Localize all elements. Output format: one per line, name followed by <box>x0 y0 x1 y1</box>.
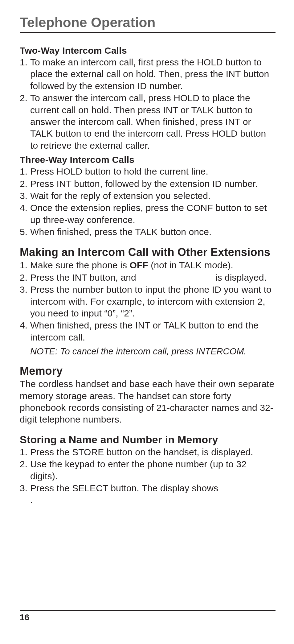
section-two-way: Two-Way Intercom Calls To make an interc… <box>20 45 276 151</box>
list-item: To answer the intercom call, press HOLD … <box>20 92 276 151</box>
page-number: 16 <box>20 613 276 622</box>
section-making: Making an Intercom Call with Other Exten… <box>20 246 276 357</box>
heading-memory: Memory <box>20 365 276 378</box>
section-three-way: Three-Way Intercom Calls Press HOLD butt… <box>20 155 276 238</box>
list-item: Once the extension replies, press the CO… <box>20 202 276 226</box>
section-storing: Storing a Name and Number in Memory Pres… <box>20 434 276 506</box>
list-item: Wait for the reply of extension you sele… <box>20 190 276 202</box>
heading-three-way: Three-Way Intercom Calls <box>20 155 276 165</box>
list-item: Press the SELECT button. The display sho… <box>20 482 276 506</box>
footer: 16 <box>20 610 276 622</box>
list-item: Press INT button, followed by the extens… <box>20 178 276 190</box>
memory-body: The cordless handset and base each have … <box>20 378 276 426</box>
list-item: Press HOLD button to hold the current li… <box>20 166 276 177</box>
list-item: Use the keypad to enter the phone number… <box>20 458 276 482</box>
list-item: To make an intercom call, first press th… <box>20 56 276 92</box>
list-item: Make sure the phone is OFF (not in TALK … <box>20 259 276 271</box>
heading-storing: Storing a Name and Number in Memory <box>20 434 276 446</box>
page-title: Telephone Operation <box>20 15 276 33</box>
heading-two-way: Two-Way Intercom Calls <box>20 45 276 56</box>
list-item: When finished, press the INT or TALK but… <box>20 320 276 343</box>
section-memory: Memory The cordless handset and base eac… <box>20 365 276 426</box>
list-item: Press the STORE button on the handset, i… <box>20 446 276 458</box>
list-item: Press the INT button, and is displayed. <box>20 272 276 283</box>
list-making: Make sure the phone is OFF (not in TALK … <box>20 259 276 343</box>
list-item: Press the number button to input the pho… <box>20 284 276 319</box>
bold-off: OFF <box>130 260 148 270</box>
list-storing: Press the STORE button on the handset, i… <box>20 446 276 506</box>
list-item: When finished, press the TALK button onc… <box>20 226 276 238</box>
list-two-way: To make an intercom call, first press th… <box>20 56 276 151</box>
page-content: Telephone Operation Two-Way Intercom Cal… <box>0 0 294 506</box>
heading-making: Making an Intercom Call with Other Exten… <box>20 246 276 259</box>
list-three-way: Press HOLD button to hold the current li… <box>20 166 276 238</box>
note-text: NOTE: To cancel the intercom call, press… <box>20 346 276 357</box>
